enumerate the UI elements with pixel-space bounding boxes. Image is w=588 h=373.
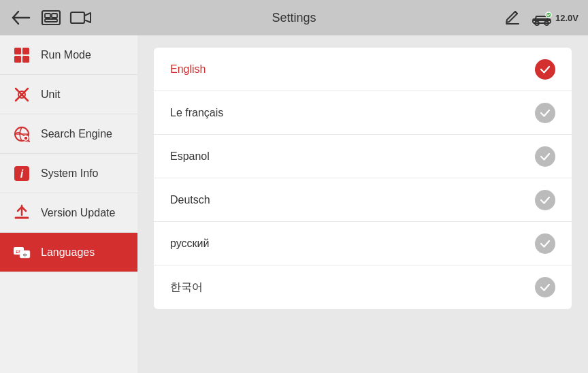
svg-rect-1 — [45, 14, 50, 18]
main-layout: Run Mode Unit — [0, 35, 588, 373]
app-header: Settings 12.0V — [0, 0, 588, 35]
back-button[interactable] — [10, 6, 33, 29]
header-left-actions — [10, 6, 93, 29]
sidebar-item-system-info[interactable]: i System Info — [0, 154, 137, 193]
version-update-icon — [12, 204, 31, 223]
sidebar-item-unit[interactable]: Unit — [0, 75, 137, 114]
check-icon — [535, 103, 555, 123]
svg-rect-11 — [14, 56, 21, 63]
svg-text:中: 中 — [23, 253, 27, 257]
language-item[interactable]: русский — [154, 222, 572, 265]
search-engine-icon — [12, 125, 31, 144]
svg-text:i: i — [20, 168, 24, 180]
check-icon — [535, 190, 555, 210]
check-icon — [535, 233, 555, 254]
sidebar-item-languages[interactable]: EN 中 Languages — [0, 233, 137, 272]
svg-rect-12 — [22, 56, 29, 63]
check-icon — [535, 277, 555, 297]
sidebar-item-search-engine-label: Search Engine — [41, 128, 112, 140]
capture-button[interactable] — [39, 6, 63, 29]
run-mode-icon — [12, 46, 31, 65]
vehicle-status: 12.0V — [531, 10, 578, 26]
svg-rect-4 — [71, 12, 84, 23]
sidebar-item-version-update[interactable]: Version Update — [0, 193, 137, 233]
sidebar-item-languages-label: Languages — [41, 246, 95, 259]
sidebar-item-system-info-label: System Info — [41, 167, 98, 180]
check-icon — [535, 59, 555, 80]
content-area: English Le français Espanol Deutsch русс… — [137, 35, 588, 373]
sidebar-item-run-mode-label: Run Mode — [41, 49, 91, 61]
language-item[interactable]: Deutsch — [154, 178, 572, 222]
svg-rect-3 — [45, 19, 57, 22]
language-label: English — [170, 63, 206, 76]
header-right-actions: 12.0V — [501, 6, 578, 29]
system-info-icon: i — [12, 164, 31, 183]
language-label: русский — [170, 238, 209, 250]
sidebar-item-unit-label: Unit — [41, 88, 60, 101]
sidebar-item-version-update-label: Version Update — [41, 207, 115, 219]
page-title: Settings — [272, 11, 316, 25]
sidebar: Run Mode Unit — [0, 35, 137, 373]
language-item[interactable]: Espanol — [154, 135, 572, 178]
language-item[interactable]: English — [154, 48, 572, 91]
record-button[interactable] — [69, 6, 93, 29]
sidebar-item-search-engine[interactable]: Search Engine — [0, 114, 137, 154]
language-label: Deutsch — [170, 194, 210, 206]
sidebar-item-run-mode[interactable]: Run Mode — [0, 35, 137, 75]
language-label: Le français — [170, 107, 223, 119]
language-item[interactable]: 한국어 — [154, 265, 572, 309]
language-label: 한국어 — [170, 280, 203, 295]
svg-rect-9 — [14, 48, 21, 54]
check-icon — [535, 146, 555, 167]
unit-icon — [12, 85, 31, 104]
language-item[interactable]: Le français — [154, 91, 572, 135]
languages-icon: EN 中 — [12, 243, 31, 262]
voltage-label: 12.0V — [555, 13, 578, 23]
svg-rect-2 — [52, 14, 57, 18]
svg-rect-10 — [22, 48, 29, 54]
edit-button[interactable] — [501, 6, 524, 29]
language-label: Espanol — [170, 150, 210, 163]
language-list: English Le français Espanol Deutsch русс… — [154, 48, 572, 309]
